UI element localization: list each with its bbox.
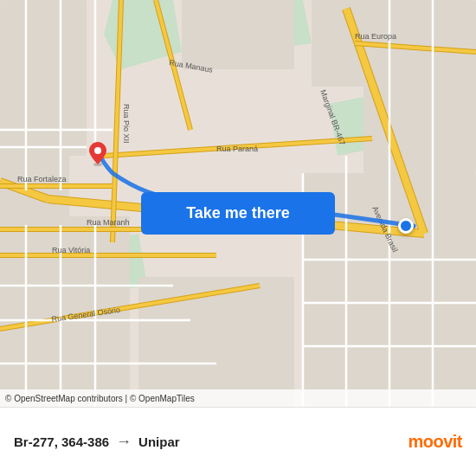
route-info: Br-277, 364-386 → Unipar (14, 433, 180, 451)
take-me-there-button[interactable]: Take me there (141, 192, 335, 235)
svg-rect-7 (182, 0, 294, 69)
route-destination: Unipar (138, 434, 180, 449)
road-label-vitoria: Rua Vitória (52, 246, 90, 254)
map-container: Rua Manaus Rua Paraná Rua Europa Margina… (0, 0, 476, 407)
road-label-pio12: Rua Pio XII (122, 104, 131, 144)
road-label-maranh: Rua Maranh (87, 218, 130, 227)
road-label-fortaleza: Rua Fortaleza (17, 175, 67, 183)
svg-rect-12 (363, 0, 476, 173)
start-marker (89, 142, 106, 166)
svg-rect-10 (138, 277, 294, 407)
arrow-icon: → (116, 433, 132, 451)
end-marker (398, 218, 414, 234)
moovit-logo: moovit (408, 432, 462, 452)
attribution-text: © OpenStreetMap contributors | © OpenMap… (5, 394, 195, 403)
route-info-container: Br-277, 364-386 → Unipar (14, 433, 180, 451)
road-label-parana: Rua Paraná (216, 145, 258, 153)
svg-point-55 (94, 147, 101, 154)
road-label-europa: Rua Europa (355, 32, 396, 41)
moovit-logo-text: moovit (408, 432, 462, 452)
bottom-bar: Br-277, 364-386 → Unipar moovit (0, 407, 476, 476)
attribution-bar: © OpenStreetMap contributors | © OpenMap… (0, 389, 476, 407)
route-origin: Br-277, 364-386 (14, 434, 109, 449)
